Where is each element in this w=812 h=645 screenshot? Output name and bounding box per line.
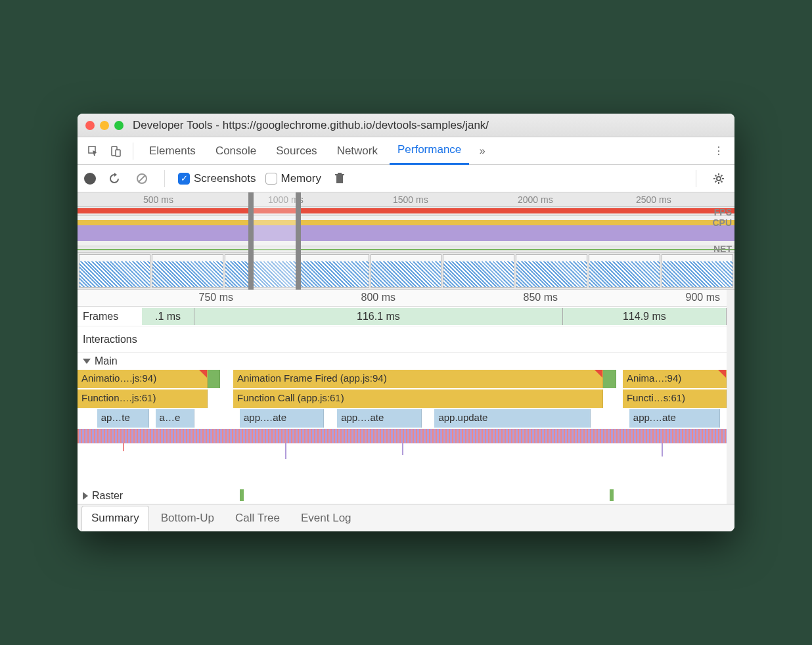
record-button[interactable] [84,173,96,185]
tab-summary[interactable]: Summary [81,506,149,531]
detail-ruler: 750 ms 800 ms 850 ms 900 ms [78,290,727,307]
flame-block[interactable]: app.…ate [337,409,421,428]
close-icon[interactable] [85,121,95,130]
panel-tabs: Elements Console Sources Network Perform… [78,137,734,165]
svg-point-8 [717,177,721,181]
overview-net: NET [78,246,734,253]
window-title: Developer Tools - https://googlechrome.g… [133,119,489,132]
overview-screenshots [78,253,734,290]
memory-checkbox[interactable]: Memory [265,172,321,185]
tab-performance[interactable]: Performance [390,137,469,165]
frames-row[interactable]: Frames .1 ms 116.1 ms 114.9 ms [78,307,727,326]
traffic-lights [85,121,124,130]
main-section-header[interactable]: Main [78,353,727,370]
interactions-row[interactable]: Interactions [78,326,727,353]
overview-fps: FPS [78,207,734,216]
svg-rect-5 [336,175,343,183]
titlebar: Developer Tools - https://googlechrome.g… [78,114,734,137]
chevron-down-icon [83,359,91,364]
trash-icon[interactable] [330,169,349,188]
flame-block[interactable]: Function….js:61) [78,389,208,408]
device-icon[interactable] [106,142,125,160]
minimize-icon[interactable] [100,121,109,130]
flame-block[interactable]: app.update [434,409,590,428]
tab-elements[interactable]: Elements [141,138,204,164]
overview-cpu: CPU [78,216,734,246]
raster-section-header[interactable]: Raster [78,488,727,504]
checkbox-on-icon: ✓ [178,173,190,185]
maximize-icon[interactable] [114,121,124,130]
checkbox-off-icon [265,173,277,185]
bottom-tabs: Summary Bottom-Up Call Tree Event Log [78,504,734,531]
svg-rect-6 [335,174,344,175]
perf-toolbar: ✓Screenshots Memory [78,165,734,192]
flame-block[interactable]: app.…ate [629,409,720,428]
flame-block[interactable]: Function Call (app.js:61) [233,389,603,408]
chevron-right-icon [83,492,88,500]
tab-call-tree[interactable]: Call Tree [226,506,289,530]
settings-icon[interactable] [710,169,728,188]
more-tabs-icon[interactable]: » [473,142,491,160]
svg-line-4 [139,175,145,182]
reload-icon[interactable] [105,169,124,188]
overview-pane[interactable]: 500 ms 1000 ms 1500 ms 2000 ms 2500 ms F… [78,192,734,290]
flame-block[interactable]: ap…te [97,409,149,428]
devtools-window: Developer Tools - https://googlechrome.g… [78,114,734,531]
overview-ruler: 500 ms 1000 ms 1500 ms 2000 ms 2500 ms [78,192,734,207]
tab-sources[interactable]: Sources [268,138,325,164]
flame-block[interactable]: Functi…s:61) [623,389,727,408]
inspect-icon[interactable] [84,142,102,160]
flame-block[interactable] [208,370,221,388]
flame-block[interactable] [603,370,616,388]
flame-block[interactable]: Animatio….js:94) [78,370,208,388]
tab-event-log[interactable]: Event Log [292,506,361,530]
svg-rect-2 [116,150,120,156]
tab-network[interactable]: Network [329,138,386,164]
screenshots-checkbox[interactable]: ✓Screenshots [178,172,256,185]
flame-chart[interactable]: Animatio….js:94)Animation Frame Fired (a… [78,370,727,488]
flame-block[interactable]: Animation Frame Fired (app.js:94) [233,370,603,388]
flame-block[interactable]: a…e [156,409,194,428]
flame-block[interactable]: app.…ate [240,409,324,428]
vertical-scrollbar[interactable] [727,290,734,504]
kebab-menu-icon[interactable]: ⋮ [710,142,728,160]
flame-block[interactable]: Anima…:94) [623,370,727,388]
tab-console[interactable]: Console [208,138,264,164]
tab-bottom-up[interactable]: Bottom-Up [152,506,223,530]
svg-rect-7 [338,173,342,174]
clear-icon[interactable] [133,169,151,188]
overview-selection-handle[interactable] [248,192,301,290]
